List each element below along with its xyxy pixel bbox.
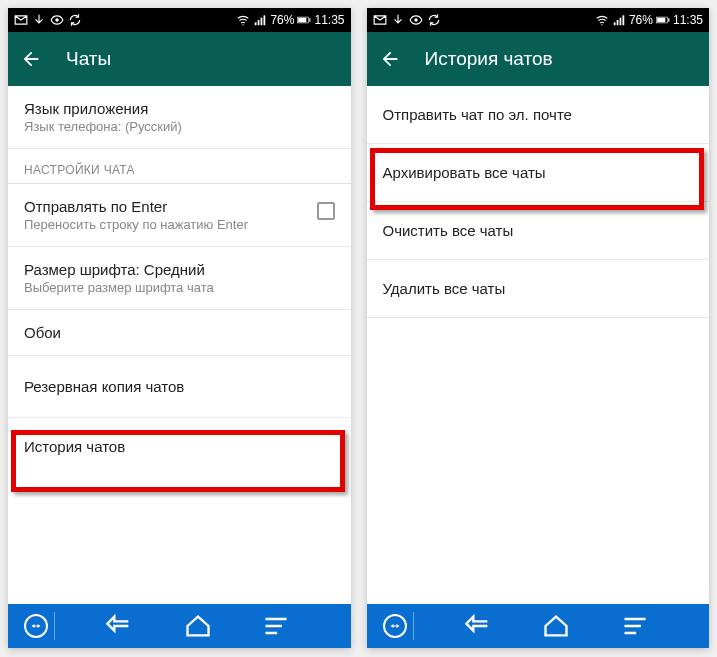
appbar-title: История чатов — [425, 48, 553, 70]
svg-rect-14 — [622, 15, 624, 25]
appbar: Чаты — [8, 32, 351, 86]
appbar: История чатов — [367, 32, 710, 86]
language-sub: Язык телефона: (Русский) — [24, 119, 335, 134]
item-fontsize[interactable]: Размер шрифта: Средний Выберите размер ш… — [8, 247, 351, 310]
battery-text: 76% — [629, 13, 653, 27]
nav-home-icon[interactable] — [542, 612, 570, 640]
statusbar: 76% 11:35 — [8, 8, 351, 32]
clock-text: 11:35 — [673, 13, 703, 27]
email-chat-title: Отправить чат по эл. почте — [383, 106, 694, 123]
battery-icon — [297, 13, 311, 27]
svg-point-0 — [55, 18, 59, 22]
svg-rect-3 — [258, 20, 260, 25]
signal-icon — [253, 13, 267, 27]
svg-rect-8 — [310, 18, 311, 22]
archive-title: Архивировать все чаты — [383, 164, 694, 181]
item-history[interactable]: История чатов — [8, 418, 351, 475]
svg-rect-13 — [620, 18, 622, 26]
svg-rect-4 — [261, 18, 263, 26]
item-delete-all[interactable]: Удалить все чаты — [367, 260, 710, 318]
back-arrow-icon[interactable] — [379, 48, 401, 70]
sync-icon — [68, 13, 82, 27]
mail-icon — [373, 13, 387, 27]
font-title: Размер шрифта: Средний — [24, 261, 335, 278]
history-title: История чатов — [24, 438, 335, 455]
item-backup[interactable]: Резервная копия чатов — [8, 356, 351, 418]
phone-right: 76% 11:35 История чатов Отправить чат по… — [367, 8, 710, 648]
navbar — [8, 604, 351, 648]
battery-text: 76% — [270, 13, 294, 27]
navbar — [367, 604, 710, 648]
item-email-chat[interactable]: Отправить чат по эл. почте — [367, 86, 710, 144]
back-arrow-icon[interactable] — [20, 48, 42, 70]
nav-home-icon[interactable] — [184, 612, 212, 640]
svg-rect-11 — [614, 22, 616, 25]
arrow-down-icon — [391, 13, 405, 27]
battery-icon — [656, 13, 670, 27]
content-right: Отправить чат по эл. почте Архивировать … — [367, 86, 710, 604]
svg-point-10 — [601, 24, 602, 25]
item-enter[interactable]: Отправлять по Enter Переносить строку по… — [8, 184, 351, 247]
section-header: НАСТРОЙКИ ЧАТА — [8, 149, 351, 184]
clear-title: Очистить все чаты — [383, 222, 694, 239]
sync-icon — [427, 13, 441, 27]
wifi-icon — [595, 13, 609, 27]
svg-point-1 — [243, 24, 244, 25]
nav-recent-icon[interactable] — [262, 612, 290, 640]
enter-title: Отправлять по Enter — [24, 198, 335, 215]
wifi-icon — [236, 13, 250, 27]
svg-rect-17 — [668, 18, 669, 22]
content-left: Язык приложения Язык телефона: (Русский)… — [8, 86, 351, 604]
delete-title: Удалить все чаты — [383, 280, 694, 297]
nav-recent-icon[interactable] — [621, 612, 649, 640]
appbar-title: Чаты — [66, 48, 111, 70]
mail-icon — [14, 13, 28, 27]
enter-checkbox[interactable] — [317, 202, 335, 220]
language-title: Язык приложения — [24, 100, 335, 117]
backup-title: Резервная копия чатов — [24, 378, 335, 395]
nav-back-icon[interactable] — [464, 612, 492, 640]
enter-sub: Переносить строку по нажатию Enter — [24, 217, 335, 232]
font-sub: Выберите размер шрифта чата — [24, 280, 335, 295]
item-clear-all[interactable]: Очистить все чаты — [367, 202, 710, 260]
clock-text: 11:35 — [314, 13, 344, 27]
statusbar: 76% 11:35 — [367, 8, 710, 32]
item-archive-all[interactable]: Архивировать все чаты — [367, 144, 710, 202]
svg-point-9 — [414, 18, 418, 22]
nav-back-icon[interactable] — [105, 612, 133, 640]
phone-left: 76% 11:35 Чаты Язык приложения Язык теле… — [8, 8, 351, 648]
eye-icon — [50, 13, 64, 27]
svg-rect-2 — [255, 22, 257, 25]
signal-icon — [612, 13, 626, 27]
arrow-down-icon — [32, 13, 46, 27]
svg-rect-7 — [299, 18, 307, 23]
item-language[interactable]: Язык приложения Язык телефона: (Русский) — [8, 86, 351, 149]
svg-rect-5 — [264, 15, 266, 25]
teamviewer-icon[interactable] — [18, 614, 54, 638]
svg-rect-16 — [657, 18, 665, 23]
svg-rect-12 — [617, 20, 619, 25]
item-wallpaper[interactable]: Обои — [8, 310, 351, 356]
eye-icon — [409, 13, 423, 27]
teamviewer-icon[interactable] — [377, 614, 413, 638]
wallpaper-title: Обои — [24, 324, 335, 341]
